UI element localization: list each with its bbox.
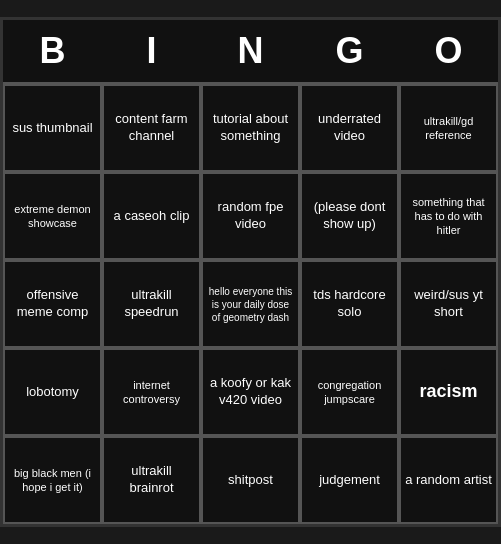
cell-text: random fpe video xyxy=(207,199,294,233)
cell-text: ultrakill speedrun xyxy=(108,287,195,321)
bingo-cell: lobotomy xyxy=(3,348,102,436)
cell-text: congregation jumpscare xyxy=(306,378,393,407)
cell-text: racism xyxy=(419,380,477,403)
bingo-cell: congregation jumpscare xyxy=(300,348,399,436)
bingo-cell: judgement xyxy=(300,436,399,524)
header-i: I xyxy=(102,20,201,82)
bingo-cell: (please dont show up) xyxy=(300,172,399,260)
bingo-cell: internet controversy xyxy=(102,348,201,436)
cell-text: shitpost xyxy=(228,472,273,489)
bingo-card: B I N G O sus thumbnailcontent farm chan… xyxy=(0,17,501,527)
cell-text: weird/sus yt short xyxy=(405,287,492,321)
cell-text: hello everyone this is your daily dose o… xyxy=(207,285,294,324)
bingo-cell: random fpe video xyxy=(201,172,300,260)
bingo-cell: content farm channel xyxy=(102,84,201,172)
cell-text: a koofy or kak v420 video xyxy=(207,375,294,409)
cell-text: a caseoh clip xyxy=(114,208,190,225)
cell-text: tds hardcore solo xyxy=(306,287,393,321)
cell-text: underrated video xyxy=(306,111,393,145)
bingo-cell: sus thumbnail xyxy=(3,84,102,172)
cell-text: big black men (i hope i get it) xyxy=(9,466,96,495)
cell-text: ultrakill brainrot xyxy=(108,463,195,497)
cell-text: ultrakill/gd reference xyxy=(405,114,492,143)
bingo-cell: extreme demon showcase xyxy=(3,172,102,260)
bingo-cell: weird/sus yt short xyxy=(399,260,498,348)
cell-text: judgement xyxy=(319,472,380,489)
bingo-cell: offensive meme comp xyxy=(3,260,102,348)
bingo-cell: ultrakill/gd reference xyxy=(399,84,498,172)
cell-text: (please dont show up) xyxy=(306,199,393,233)
cell-text: offensive meme comp xyxy=(9,287,96,321)
cell-text: tutorial about something xyxy=(207,111,294,145)
cell-text: extreme demon showcase xyxy=(9,202,96,231)
bingo-cell: a koofy or kak v420 video xyxy=(201,348,300,436)
header-b: B xyxy=(3,20,102,82)
cell-text: something that has to do with hitler xyxy=(405,195,492,238)
bingo-cell: racism xyxy=(399,348,498,436)
cell-text: a random artist xyxy=(405,472,492,489)
header-n: N xyxy=(201,20,300,82)
cell-text: internet controversy xyxy=(108,378,195,407)
bingo-cell: tds hardcore solo xyxy=(300,260,399,348)
bingo-cell: ultrakill speedrun xyxy=(102,260,201,348)
header-g: G xyxy=(300,20,399,82)
bingo-cell: something that has to do with hitler xyxy=(399,172,498,260)
cell-text: lobotomy xyxy=(26,384,79,401)
bingo-header: B I N G O xyxy=(3,20,498,82)
bingo-cell: hello everyone this is your daily dose o… xyxy=(201,260,300,348)
header-o: O xyxy=(399,20,498,82)
bingo-cell: a caseoh clip xyxy=(102,172,201,260)
bingo-cell: underrated video xyxy=(300,84,399,172)
bingo-cell: tutorial about something xyxy=(201,84,300,172)
bingo-grid: sus thumbnailcontent farm channeltutoria… xyxy=(3,82,498,524)
cell-text: content farm channel xyxy=(108,111,195,145)
bingo-cell: a random artist xyxy=(399,436,498,524)
cell-text: sus thumbnail xyxy=(12,120,92,137)
bingo-cell: ultrakill brainrot xyxy=(102,436,201,524)
bingo-cell: big black men (i hope i get it) xyxy=(3,436,102,524)
bingo-cell: shitpost xyxy=(201,436,300,524)
